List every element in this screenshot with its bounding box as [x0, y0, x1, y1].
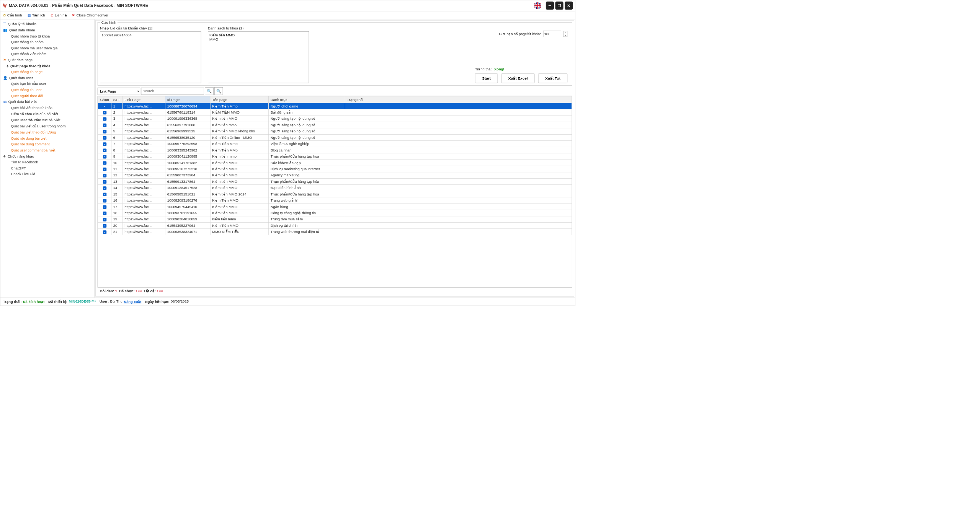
checkbox-icon[interactable]: ✓	[103, 192, 106, 196]
results-table-wrap[interactable]: Chọn STT Link Page Id Page Tên page Danh…	[98, 96, 572, 288]
checkbox-icon[interactable]: ✓	[103, 117, 106, 120]
sidebar-page-data[interactable]: ⚑Quét data page	[1, 57, 93, 63]
table-row[interactable]: ✓ 1 https://www.fac... 100088730076694 K…	[98, 103, 572, 109]
cell-link: https://www.fac...	[122, 153, 165, 160]
table-row[interactable]: ✓ 5 https://www.fac... 61556969999525 Ki…	[98, 128, 572, 134]
sidebar-post-content[interactable]: Quét nội dung bài viết	[1, 135, 93, 141]
toolbar-config[interactable]: ✿Cấu hình	[3, 13, 22, 17]
sidebar-post-keyword[interactable]: Quét bài viết theo từ khóa	[1, 105, 93, 111]
checkbox-icon[interactable]: ✓	[103, 218, 106, 221]
checkbox-icon[interactable]: ✓	[103, 155, 106, 158]
sidebar-chatgpt[interactable]: ChatGPT	[1, 165, 93, 171]
export-excel-button[interactable]: Xuất Excel	[501, 73, 535, 83]
spinner-down-icon[interactable]: ▼	[564, 34, 567, 37]
table-row[interactable]: ✓ 18 https://www.fac... 100093701191655 …	[98, 210, 572, 216]
table-row[interactable]: ✓ 11 https://www.fac... 100095187272218 …	[98, 166, 572, 172]
table-row[interactable]: ✓ 12 https://www.fac... 61559007373904 K…	[98, 172, 572, 178]
table-row[interactable]: ✓ 20 https://www.fac... 61554395227964 K…	[98, 222, 572, 228]
table-row[interactable]: ✓ 17 https://www.fac... 100094575445410 …	[98, 204, 572, 210]
search-input[interactable]	[141, 88, 204, 95]
table-row[interactable]: ✓ 21 https://www.fac... 100063538324071 …	[98, 229, 572, 235]
col-chon[interactable]: Chọn	[98, 96, 111, 103]
table-row[interactable]: ✓ 10 https://www.fac... 100085141761382 …	[98, 160, 572, 166]
search-global-button[interactable]: 🔍	[214, 87, 223, 95]
checkbox-icon[interactable]: ✓	[103, 230, 106, 234]
sidebar-check-uid[interactable]: Check Live Uid	[1, 171, 93, 177]
table-row[interactable]: ✓ 19 https://www.fac... 100090384810859 …	[98, 216, 572, 222]
sidebar-comment-content[interactable]: Quét nội dung comment	[1, 141, 93, 147]
sidebar-post-data[interactable]: 🛍Quét data bài viết	[1, 99, 93, 105]
col-ten[interactable]: Tên page	[210, 96, 269, 103]
sidebar-user-followers[interactable]: Quét người theo dõi	[1, 93, 93, 99]
col-link[interactable]: Link Page	[122, 96, 165, 103]
checkbox-icon[interactable]: ✓	[103, 148, 106, 152]
export-txt-button[interactable]: Xuất Txt	[538, 73, 567, 83]
table-row[interactable]: ✓ 16 https://www.fac... 100082093180276 …	[98, 197, 572, 204]
close-button[interactable]	[565, 2, 573, 10]
table-row[interactable]: ✓ 13 https://www.fac... 61559913317864 K…	[98, 178, 572, 184]
table-row[interactable]: ✓ 14 https://www.fac... 100091284517528 …	[98, 185, 572, 191]
checkbox-icon[interactable]: ✓	[103, 104, 106, 108]
sidebar-post-by-target[interactable]: Quét bài viết theo đối tượng	[1, 129, 93, 135]
table-row[interactable]: ✓ 15 https://www.fac... 61560585151021 K…	[98, 191, 572, 197]
sidebar-post-reactions[interactable]: Đếm số cảm xúc của bài viết	[1, 111, 93, 117]
sidebar-post-user-group[interactable]: Quét bài viết của user trong nhóm	[1, 123, 93, 129]
checkbox-icon[interactable]: ✓	[103, 174, 106, 177]
sidebar-post-react-users[interactable]: Quét user thả cảm xúc bài viết	[1, 117, 93, 123]
sidebar-group-user[interactable]: Quét nhóm mà user tham gia	[1, 45, 93, 51]
col-stt[interactable]: STT	[111, 96, 122, 103]
sidebar-user-info[interactable]: Quét thông tin user	[1, 87, 93, 93]
sidebar-group-keyword[interactable]: Quét nhóm theo từ khóa	[1, 33, 93, 39]
table-row[interactable]: ✓ 6 https://www.fac... 61556538935120 Ki…	[98, 134, 572, 140]
cell-stt: 5	[111, 128, 122, 134]
col-id[interactable]: Id Page	[165, 96, 210, 103]
limit-spinner[interactable]: ▲▼	[564, 31, 568, 37]
col-tt[interactable]: Trạng thái	[345, 96, 572, 103]
checkbox-icon[interactable]: ✓	[103, 161, 106, 164]
checkbox-icon[interactable]: ✓	[103, 168, 106, 171]
language-flag-icon[interactable]	[533, 2, 542, 9]
sidebar-group-info[interactable]: Quét thông tin nhóm	[1, 39, 93, 45]
checkbox-icon[interactable]: ✓	[103, 224, 106, 228]
minimize-button[interactable]	[546, 2, 554, 10]
checkbox-icon[interactable]: ✓	[103, 111, 106, 114]
table-row[interactable]: ✓ 4 https://www.fac... 61556397791008 Ki…	[98, 122, 572, 128]
search-button[interactable]: 🔍	[205, 87, 213, 95]
table-row[interactable]: ✓ 2 https://www.fac... 61556760118314 KI…	[98, 109, 572, 116]
checkbox-icon[interactable]: ✓	[103, 199, 106, 202]
toolbar-contact[interactable]: ⊘Liên hệ	[51, 13, 67, 17]
maximize-button[interactable]	[555, 2, 563, 10]
keyword-textarea[interactable]: Kiếm tiền MMO MMO	[208, 31, 309, 83]
sidebar-find-id[interactable]: Tìm Id Facebook	[1, 160, 93, 165]
table-row[interactable]: ✓ 9 https://www.fac... 100093041120885 K…	[98, 153, 572, 160]
start-button[interactable]: Start	[475, 73, 498, 83]
uid-textarea[interactable]: 100091995914054	[100, 31, 201, 83]
checkbox-icon[interactable]: ✓	[103, 130, 106, 133]
col-dm[interactable]: Danh mục	[269, 96, 345, 103]
table-row[interactable]: ✓ 7 https://www.fac... 100095776292598 K…	[98, 141, 572, 147]
sidebar-group-data[interactable]: 👥Quét data nhóm	[1, 27, 93, 33]
sidebar-comment-users[interactable]: Quét user comment bài viết	[1, 147, 93, 153]
checkbox-icon[interactable]: ✓	[103, 212, 106, 215]
sidebar-user-data[interactable]: 👤Quét data user	[1, 75, 93, 81]
sidebar-page-keyword[interactable]: ✧Quét page theo từ khóa	[1, 63, 93, 69]
search-type-select[interactable]: Link Page	[98, 88, 140, 95]
checkbox-icon[interactable]: ✓	[103, 186, 106, 190]
checkbox-icon[interactable]: ✓	[103, 136, 106, 140]
table-row[interactable]: ✓ 8 https://www.fac... 100083395243982 K…	[98, 147, 572, 153]
spinner-up-icon[interactable]: ▲	[564, 31, 567, 34]
checkbox-icon[interactable]: ✓	[103, 124, 106, 127]
toolbar-util[interactable]: ▦Tiện ích	[28, 13, 45, 17]
toolbar-close-driver[interactable]: ✖Close Chromedriver	[72, 13, 108, 17]
logout-link[interactable]: Đăng xuất	[124, 300, 141, 304]
checkbox-icon[interactable]: ✓	[103, 142, 106, 146]
limit-input[interactable]	[543, 31, 561, 37]
sidebar-page-info[interactable]: Quét thông tin page	[1, 69, 93, 75]
sidebar-user-friends[interactable]: Quét bạn bè của user	[1, 81, 93, 87]
sidebar-group-members[interactable]: Quét thành viên nhóm	[1, 51, 93, 57]
sidebar-other[interactable]: ✈Chức năng khác	[1, 153, 93, 160]
checkbox-icon[interactable]: ✓	[103, 180, 106, 184]
sidebar-accounts[interactable]: ☰Quản lý tài khoản	[1, 21, 93, 27]
checkbox-icon[interactable]: ✓	[103, 205, 106, 208]
table-row[interactable]: ✓ 3 https://www.fac... 100091996336368 K…	[98, 116, 572, 122]
